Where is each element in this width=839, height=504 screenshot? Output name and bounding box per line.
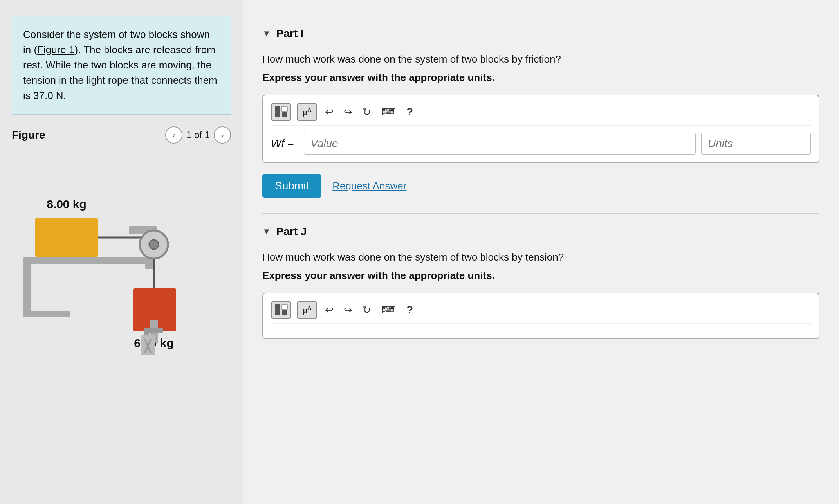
svg-rect-19 [275, 106, 280, 112]
figure-prev-button[interactable]: ‹ [165, 126, 182, 144]
problem-text-box: Consider the system of two blocks shown … [12, 16, 231, 115]
mu-angstrom-button[interactable]: μÅ [297, 103, 317, 121]
svg-rect-5 [35, 218, 98, 257]
part-j-header: ▼ Part J [262, 225, 819, 238]
part-j-mu-angstrom-label: μÅ [303, 305, 312, 315]
submit-button[interactable]: Submit [262, 174, 321, 198]
left-panel: Consider the system of two blocks shown … [0, 0, 243, 504]
part-j-help-button[interactable]: ? [404, 302, 415, 318]
part-j-label: Part J [276, 225, 307, 238]
part-i-collapse-icon[interactable]: ▼ [262, 29, 271, 39]
matrix-button[interactable] [271, 103, 291, 121]
part-j-redo-button[interactable]: ↪ [341, 302, 355, 318]
keyboard-button[interactable]: ⌨ [379, 104, 399, 120]
part-j-section: ▼ Part J How much work was done on the s… [262, 214, 819, 366]
part-j-question: How much work was done on the system of … [262, 250, 819, 265]
part-i-label: Part I [276, 27, 304, 40]
part-i-input-row: Wf = [271, 133, 811, 155]
part-i-action-row: Submit Request Answer [262, 174, 819, 198]
part-j-matrix-button[interactable] [271, 301, 291, 319]
svg-rect-1 [23, 264, 31, 311]
part-j-reset-button[interactable]: ↻ [360, 302, 373, 318]
figure-container: 8.00 kg 6.00 kg [12, 148, 231, 359]
svg-rect-0 [23, 257, 153, 264]
part-j-toolbar: μÅ ↩ ↪ ↻ ⌨ ? [271, 301, 811, 324]
right-panel: ▼ Part I How much work was done on the s… [243, 0, 839, 504]
help-button[interactable]: ? [404, 104, 415, 120]
part-j-keyboard-button[interactable]: ⌨ [379, 302, 399, 318]
svg-rect-26 [282, 310, 287, 315]
part-i-instruction: Express your answer with the appropriate… [262, 72, 819, 84]
units-input[interactable] [701, 133, 811, 155]
svg-rect-25 [275, 310, 280, 315]
part-j-undo-button[interactable]: ↩ [323, 302, 336, 318]
figure-nav: ‹ 1 of 1 › [165, 126, 231, 144]
value-input[interactable] [304, 133, 696, 155]
svg-text:8.00 kg: 8.00 kg [47, 198, 87, 211]
svg-rect-15 [144, 328, 163, 333]
part-i-question: How much work was done on the system of … [262, 52, 819, 67]
part-j-instruction: Express your answer with the appropriate… [262, 270, 819, 282]
redo-button[interactable]: ↪ [341, 104, 355, 120]
part-j-mu-angstrom-button[interactable]: μÅ [297, 301, 317, 319]
svg-rect-2 [23, 311, 70, 317]
part-j-answer-box: μÅ ↩ ↪ ↻ ⌨ ? [262, 293, 819, 339]
wf-label: Wf = [271, 137, 298, 150]
request-answer-button[interactable]: Request Answer [332, 180, 406, 192]
problem-text: Consider the system of two blocks shown … [23, 29, 217, 101]
matrix-icon [274, 106, 288, 118]
undo-button[interactable]: ↩ [323, 104, 336, 120]
figure-header: Figure ‹ 1 of 1 › [12, 126, 231, 144]
svg-rect-24 [282, 304, 287, 310]
figure-label: Figure [12, 129, 45, 141]
part-j-collapse-icon[interactable]: ▼ [262, 227, 271, 237]
reset-button[interactable]: ↻ [360, 104, 373, 120]
svg-rect-21 [275, 112, 280, 117]
svg-rect-22 [282, 112, 287, 117]
part-i-section: ▼ Part I How much work was done on the s… [262, 16, 819, 214]
part-i-toolbar: μÅ ↩ ↪ ↻ ⌨ ? [271, 103, 811, 126]
svg-rect-23 [275, 304, 280, 310]
part-j-matrix-icon [274, 304, 288, 316]
figure-next-button[interactable]: › [214, 126, 231, 144]
figure-link[interactable]: Figure 1 [37, 44, 74, 56]
svg-point-9 [149, 240, 159, 249]
mu-angstrom-label: μÅ [303, 107, 312, 117]
part-i-header: ▼ Part I [262, 27, 819, 40]
figure-page: 1 of 1 [186, 130, 210, 140]
svg-rect-20 [282, 106, 287, 112]
physics-diagram: 8.00 kg 6.00 kg [12, 148, 231, 359]
part-i-answer-box: μÅ ↩ ↪ ↻ ⌨ ? Wf = [262, 95, 819, 163]
